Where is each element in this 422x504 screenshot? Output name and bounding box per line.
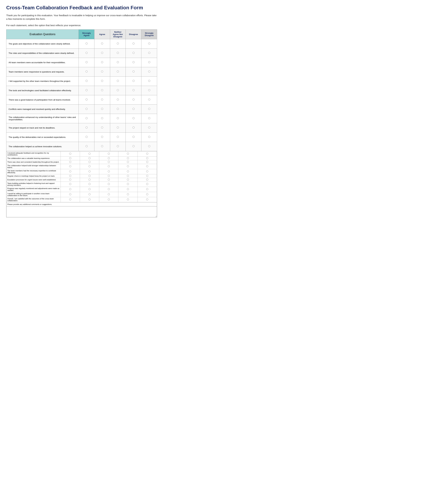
- mini-radio-cell[interactable]: [118, 178, 138, 182]
- radio-cell[interactable]: [79, 132, 95, 142]
- radio-cell[interactable]: [126, 67, 141, 76]
- mini-radio-cell[interactable]: [61, 182, 80, 187]
- radio-cell[interactable]: [110, 142, 126, 151]
- mini-radio-cell[interactable]: [99, 156, 118, 160]
- mini-radio-cell[interactable]: [80, 182, 99, 187]
- radio-cell[interactable]: [79, 39, 95, 48]
- mini-radio-cell[interactable]: [99, 151, 118, 156]
- radio-cell[interactable]: [110, 86, 126, 95]
- radio-cell[interactable]: [126, 142, 141, 151]
- radio-cell[interactable]: [141, 76, 157, 86]
- radio-cell[interactable]: [141, 58, 157, 67]
- radio-cell[interactable]: [141, 95, 157, 104]
- radio-cell[interactable]: [79, 123, 95, 132]
- mini-radio-cell[interactable]: [138, 182, 157, 187]
- radio-cell[interactable]: [94, 48, 110, 58]
- radio-cell[interactable]: [94, 123, 110, 132]
- mini-radio-cell[interactable]: [61, 156, 80, 160]
- radio-cell[interactable]: [126, 48, 141, 58]
- mini-radio-cell[interactable]: [61, 164, 80, 169]
- radio-cell[interactable]: [79, 67, 95, 76]
- radio-cell[interactable]: [141, 67, 157, 76]
- radio-cell[interactable]: [94, 114, 110, 123]
- mini-radio-cell[interactable]: [80, 164, 99, 169]
- mini-radio-cell[interactable]: [80, 169, 99, 174]
- radio-cell[interactable]: [126, 132, 141, 142]
- radio-cell[interactable]: [110, 104, 126, 114]
- radio-cell[interactable]: [126, 86, 141, 95]
- mini-radio-cell[interactable]: [118, 156, 138, 160]
- radio-cell[interactable]: [141, 132, 157, 142]
- radio-cell[interactable]: [126, 104, 141, 114]
- radio-cell[interactable]: [79, 76, 95, 86]
- radio-cell[interactable]: [79, 114, 95, 123]
- radio-cell[interactable]: [141, 114, 157, 123]
- mini-radio-cell[interactable]: [99, 182, 118, 187]
- radio-cell[interactable]: [126, 114, 141, 123]
- radio-cell[interactable]: [141, 86, 157, 95]
- radio-cell[interactable]: [141, 142, 157, 151]
- mini-radio-cell[interactable]: [138, 151, 157, 156]
- radio-cell[interactable]: [141, 39, 157, 48]
- radio-cell[interactable]: [94, 86, 110, 95]
- mini-radio-cell[interactable]: [61, 151, 80, 156]
- mini-radio-cell[interactable]: [80, 174, 99, 178]
- mini-radio-cell[interactable]: [138, 156, 157, 160]
- mini-radio-cell[interactable]: [118, 182, 138, 187]
- radio-cell[interactable]: [126, 123, 141, 132]
- radio-cell[interactable]: [126, 76, 141, 86]
- radio-cell[interactable]: [79, 95, 95, 104]
- mini-radio-cell[interactable]: [61, 197, 80, 202]
- radio-cell[interactable]: [141, 48, 157, 58]
- mini-radio-cell[interactable]: [138, 187, 157, 192]
- mini-radio-cell[interactable]: [99, 164, 118, 169]
- mini-radio-cell[interactable]: [138, 178, 157, 182]
- mini-radio-cell[interactable]: [118, 160, 138, 164]
- mini-radio-cell[interactable]: [80, 178, 99, 182]
- radio-cell[interactable]: [79, 58, 95, 67]
- mini-radio-cell[interactable]: [138, 164, 157, 169]
- radio-cell[interactable]: [141, 104, 157, 114]
- mini-radio-cell[interactable]: [61, 187, 80, 192]
- mini-radio-cell[interactable]: [138, 174, 157, 178]
- mini-radio-cell[interactable]: [138, 160, 157, 164]
- mini-radio-cell[interactable]: [80, 197, 99, 202]
- mini-radio-cell[interactable]: [138, 192, 157, 197]
- mini-radio-cell[interactable]: [99, 192, 118, 197]
- mini-radio-cell[interactable]: [80, 156, 99, 160]
- radio-cell[interactable]: [94, 58, 110, 67]
- mini-radio-cell[interactable]: [99, 197, 118, 202]
- radio-cell[interactable]: [110, 123, 126, 132]
- radio-cell[interactable]: [110, 39, 126, 48]
- mini-radio-cell[interactable]: [61, 178, 80, 182]
- mini-radio-cell[interactable]: [138, 169, 157, 174]
- radio-cell[interactable]: [94, 95, 110, 104]
- radio-cell[interactable]: [94, 67, 110, 76]
- radio-cell[interactable]: [110, 67, 126, 76]
- radio-cell[interactable]: [79, 86, 95, 95]
- mini-radio-cell[interactable]: [61, 169, 80, 174]
- radio-cell[interactable]: [110, 48, 126, 58]
- mini-radio-cell[interactable]: [99, 187, 118, 192]
- mini-radio-cell[interactable]: [61, 174, 80, 178]
- mini-radio-cell[interactable]: [118, 164, 138, 169]
- mini-radio-cell[interactable]: [118, 151, 138, 156]
- mini-radio-cell[interactable]: [99, 169, 118, 174]
- radio-cell[interactable]: [110, 58, 126, 67]
- mini-radio-cell[interactable]: [138, 197, 157, 202]
- mini-radio-cell[interactable]: [80, 160, 99, 164]
- mini-radio-cell[interactable]: [118, 169, 138, 174]
- mini-radio-cell[interactable]: [118, 187, 138, 192]
- mini-radio-cell[interactable]: [80, 187, 99, 192]
- mini-radio-cell[interactable]: [99, 174, 118, 178]
- radio-cell[interactable]: [126, 95, 141, 104]
- radio-cell[interactable]: [94, 76, 110, 86]
- radio-cell[interactable]: [110, 114, 126, 123]
- mini-radio-cell[interactable]: [118, 174, 138, 178]
- radio-cell[interactable]: [110, 132, 126, 142]
- mini-radio-cell[interactable]: [80, 151, 99, 156]
- radio-cell[interactable]: [79, 48, 95, 58]
- radio-cell[interactable]: [94, 132, 110, 142]
- comments-textarea[interactable]: [6, 206, 157, 217]
- mini-radio-cell[interactable]: [99, 178, 118, 182]
